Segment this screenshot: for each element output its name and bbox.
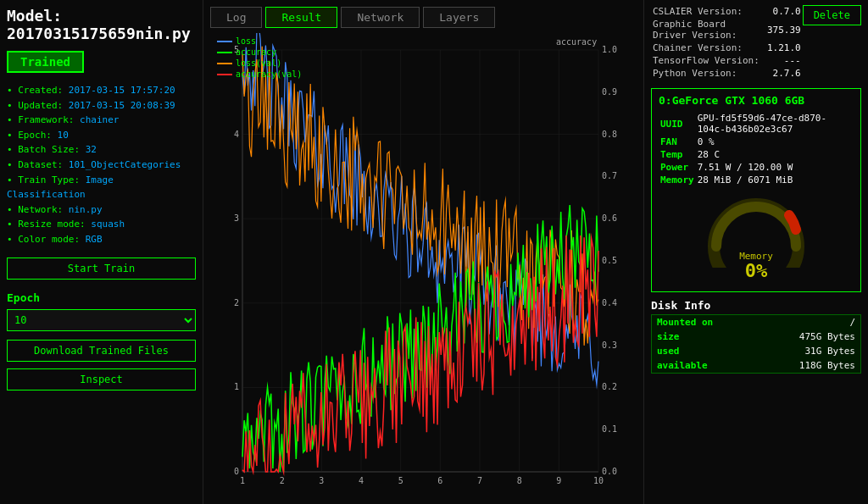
- disk-section: Disk Info Mounted on/ size475G Bytes use…: [651, 299, 861, 374]
- info-resize: Resize mode: squash: [7, 217, 196, 232]
- tab-network[interactable]: Network: [341, 7, 420, 28]
- info-train-type: Train Type: Image Classification: [7, 173, 196, 202]
- version-gpu-label: Graphic Board Driver Version:: [651, 18, 765, 42]
- version-tf-value: ---: [765, 54, 803, 67]
- chart-legend: loss accuracy loss(val) accuracy(val): [217, 36, 302, 79]
- memory-label: Memory: [659, 174, 696, 186]
- legend-loss-color: [217, 41, 232, 42]
- disk-table: Mounted on/ size475G Bytes used31G Bytes…: [651, 314, 861, 374]
- fan-label: FAN: [659, 136, 696, 148]
- tab-layers[interactable]: Layers: [423, 7, 495, 28]
- info-color: Color mode: RGB: [7, 232, 196, 247]
- info-network: Network: nin.py: [7, 202, 196, 218]
- chart-area: loss accuracy loss(val) accuracy(val): [210, 33, 637, 497]
- version-tf-label: TensorFlow Version:: [651, 54, 765, 67]
- inspect-button[interactable]: Inspect: [7, 368, 196, 390]
- memory-value: 28 MiB / 6071 MiB: [696, 174, 854, 186]
- version-cslaier-value: 0.7.0: [765, 5, 803, 18]
- fan-value: 0 %: [696, 136, 854, 148]
- tabs-bar: Log Result Network Layers: [210, 7, 637, 28]
- uuid-value: GPU-fd5f59d6-47ce-d870-104c-b436b02e3c67: [696, 112, 854, 136]
- gauge-memory-value: 0%: [745, 260, 768, 281]
- legend-loss-val: loss(val): [217, 58, 302, 68]
- info-list: Created: 2017-03-15 17:57:20 Updated: 20…: [7, 83, 196, 247]
- version-gpu-value: 375.39: [765, 18, 803, 42]
- gpu-title: 0:GeForce GTX 1060 6GB: [659, 94, 854, 107]
- gpu-info-table: UUIDGPU-fd5f59d6-47ce-d870-104c-b436b02e…: [659, 112, 854, 186]
- temp-value: 28 C: [696, 148, 854, 161]
- trained-badge: Trained: [7, 51, 84, 73]
- legend-accuracy-color: [217, 52, 232, 53]
- power-label: Power: [659, 161, 696, 174]
- right-panel: CSLAIER Version:0.7.0 Graphic Board Driv…: [643, 0, 868, 504]
- download-button[interactable]: Download Trained Files: [7, 340, 196, 362]
- power-value: 7.51 W / 120.00 W: [696, 161, 854, 174]
- epoch-label: Epoch: [7, 291, 196, 304]
- disk-row-mounted: Mounted on/: [652, 315, 861, 330]
- center-panel: Log Result Network Layers loss accuracy …: [203, 0, 643, 504]
- version-cslaier-label: CSLAIER Version:: [651, 5, 765, 18]
- version-python-label: Python Version:: [651, 67, 765, 80]
- info-dataset: Dataset: 101_ObjectCategories: [7, 158, 196, 173]
- gauge-container: Memory 0%: [659, 191, 854, 281]
- info-updated: Updated: 2017-03-15 20:08:39: [7, 98, 196, 114]
- disk-row-used: used31G Bytes: [652, 344, 861, 358]
- tab-result[interactable]: Result: [265, 7, 337, 28]
- version-chainer-label: Chainer Version:: [651, 42, 765, 54]
- legend-accuracy-label: accuracy: [236, 47, 276, 57]
- version-chainer-value: 1.21.0: [765, 42, 803, 54]
- tab-log[interactable]: Log: [210, 7, 262, 28]
- legend-loss-label: loss: [236, 36, 256, 46]
- version-table: CSLAIER Version:0.7.0 Graphic Board Driv…: [651, 5, 803, 80]
- legend-accuracy-val: accuracy(val): [217, 69, 302, 79]
- disk-row-available: available118G Bytes: [652, 358, 861, 374]
- legend-loss: loss: [217, 36, 302, 46]
- legend-accuracy-val-color: [217, 74, 232, 75]
- delete-button[interactable]: Delete: [803, 5, 861, 25]
- result-chart: [210, 33, 637, 497]
- legend-accuracy: accuracy: [217, 47, 302, 57]
- disk-row-size: size475G Bytes: [652, 330, 861, 344]
- sidebar: Model: 20170315175659nin.py Trained Crea…: [0, 0, 203, 504]
- epoch-select[interactable]: 10: [7, 309, 196, 331]
- legend-loss-val-label: loss(val): [236, 58, 281, 68]
- info-framework: Framework: chainer: [7, 113, 196, 128]
- start-train-button[interactable]: Start Train: [7, 258, 196, 280]
- legend-loss-val-color: [217, 63, 232, 64]
- model-title: Model: 20170315175659nin.py: [7, 7, 196, 42]
- info-epoch: Epoch: 10: [7, 128, 196, 143]
- legend-accuracy-val-label: accuracy(val): [236, 69, 302, 79]
- version-python-value: 2.7.6: [765, 67, 803, 80]
- uuid-label: UUID: [659, 112, 696, 136]
- disk-title: Disk Info: [651, 299, 861, 312]
- info-created: Created: 2017-03-15 17:57:20: [7, 83, 196, 98]
- info-batch-size: Batch Size: 32: [7, 142, 196, 158]
- temp-label: Temp: [659, 148, 696, 161]
- gpu-box: 0:GeForce GTX 1060 6GB UUIDGPU-fd5f59d6-…: [651, 88, 861, 292]
